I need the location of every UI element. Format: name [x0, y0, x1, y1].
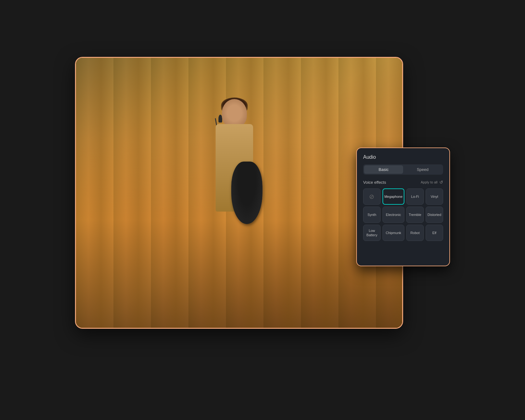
apply-all-group: Apply to all ↺ — [421, 180, 443, 185]
effect-chipmunk[interactable]: Chipmunk — [382, 225, 404, 241]
photo-card — [75, 57, 403, 329]
tab-speed[interactable]: Speed — [403, 165, 442, 174]
effect-robot[interactable]: Robot — [406, 225, 424, 241]
effect-distorted[interactable]: Distorted — [426, 207, 443, 223]
guitar — [231, 162, 262, 224]
effect-megaphone[interactable]: Megaphone — [382, 188, 404, 205]
effect-lowbattery-label: Low Battery — [365, 228, 379, 238]
apply-to-all-text[interactable]: Apply to all — [421, 180, 438, 184]
effect-vinyl[interactable]: Vinyl — [426, 188, 443, 205]
effect-none[interactable]: ⊘ — [363, 188, 381, 205]
effect-megaphone-label: Megaphone — [384, 194, 402, 199]
voice-effects-header: Voice effects Apply to all ↺ — [363, 180, 443, 185]
panel-title: Audio — [363, 154, 443, 160]
effect-tremble-label: Tremble — [409, 212, 421, 217]
effect-electronic-label: Electronic — [386, 212, 401, 217]
none-icon: ⊘ — [369, 192, 374, 201]
effect-synth[interactable]: Synth — [363, 207, 381, 223]
effects-grid: ⊘ Megaphone Lo-Fi Vinyl Synth Electronic — [363, 188, 443, 241]
effect-chipmunk-label: Chipmunk — [386, 231, 401, 235]
voice-effects-label: Voice effects — [363, 180, 386, 185]
effect-distorted-label: Distorted — [428, 212, 441, 217]
tab-bar: Basic Speed — [363, 164, 443, 175]
effect-synth-label: Synth — [368, 212, 376, 217]
scene: Audio Basic Speed Voice effects Apply to… — [75, 57, 450, 363]
effect-electronic[interactable]: Electronic — [382, 207, 404, 223]
person-figure — [188, 99, 281, 287]
effect-tremble[interactable]: Tremble — [406, 207, 424, 223]
effect-elf[interactable]: Elf — [426, 225, 443, 241]
effect-robot-label: Robot — [410, 231, 419, 235]
effect-lofi[interactable]: Lo-Fi — [406, 188, 424, 205]
tab-basic[interactable]: Basic — [364, 165, 403, 174]
effect-lowbattery[interactable]: Low Battery — [363, 225, 381, 241]
effect-vinyl-label: Vinyl — [431, 194, 438, 199]
photo-background — [76, 58, 402, 328]
person-head — [222, 99, 247, 127]
effect-lofi-label: Lo-Fi — [411, 194, 419, 199]
effect-elf-label: Elf — [432, 231, 437, 235]
reset-icon[interactable]: ↺ — [439, 180, 443, 185]
audio-panel: Audio Basic Speed Voice effects Apply to… — [356, 148, 450, 266]
